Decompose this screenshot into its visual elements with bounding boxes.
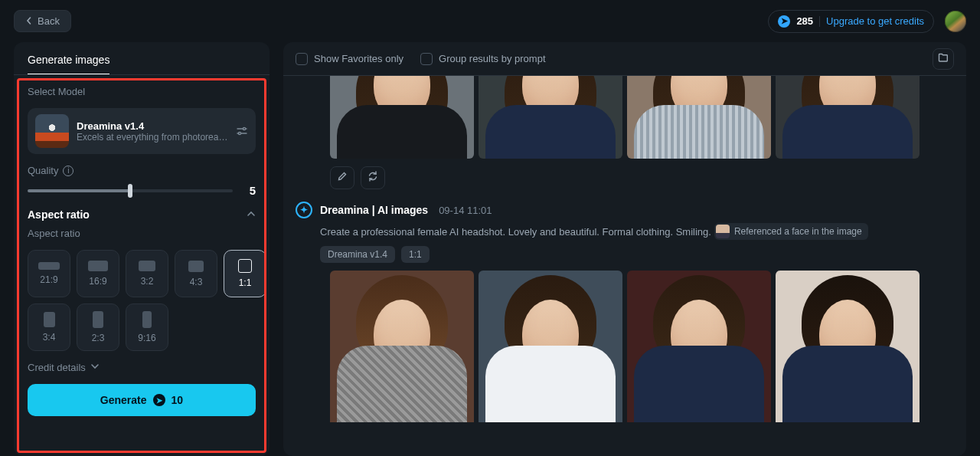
generation-chip[interactable]: 1:1 [401,246,430,263]
generate-label: Generate [100,394,147,406]
aspect-9-16[interactable]: 9:16 [126,303,168,351]
chevron-down-icon [90,362,100,373]
credit-details-toggle[interactable]: Credit details [28,362,256,373]
quality-slider[interactable] [28,189,233,192]
generation-title: Dreamina | AI images [320,204,428,216]
aspect-1-1[interactable]: 1:1 [224,250,266,297]
group-by-prompt-checkbox[interactable]: Group results by prompt [420,53,545,65]
reference-chip[interactable]: Referenced a face in the image [714,223,868,240]
regenerate-button[interactable] [361,166,385,189]
result-image[interactable] [627,76,771,159]
folder-icon [938,52,949,66]
result-image[interactable] [330,76,474,159]
ratio-label: 1:1 [239,277,252,288]
aspect-2-3[interactable]: 2:3 [77,303,119,351]
ratio-shape-icon [44,312,55,327]
generation-prompt[interactable]: Create a professional female AI headshot… [320,223,954,240]
aspect-4-3[interactable]: 4:3 [175,250,217,297]
ratio-label: 21:9 [40,274,57,285]
user-avatar[interactable] [945,11,966,32]
checkbox-label: Show Favorites only [314,53,403,64]
ratio-shape-icon [93,311,103,328]
aspect-3-4[interactable]: 3:4 [28,303,70,351]
results-panel: Show Favorites only Group results by pro… [283,42,966,456]
ratio-label: 2:3 [92,333,105,343]
generate-button[interactable]: Generate ➤ 10 [28,384,256,416]
upgrade-link[interactable]: Upgrade to get credits [826,15,924,27]
aspect-ratio-grid: 21:916:93:24:31:13:42:39:16 [28,250,256,351]
topbar: Back ➤ 285 Upgrade to get credits [0,0,980,42]
ratio-label: 3:2 [141,276,154,287]
checkbox-label: Group results by prompt [439,53,545,64]
ratio-shape-icon [38,262,60,270]
prompt-text: Create a professional female AI headshot… [320,226,711,238]
generation-header: ✦ Dreamina | AI images 09-14 11:01 [296,202,954,218]
ratio-shape-icon [188,261,204,272]
reference-label: Referenced a face in the image [734,226,862,237]
generation-time: 09-14 11:01 [439,205,492,216]
model-description: Excels at everything from photoreali… [77,132,228,143]
result-image[interactable] [479,271,622,422]
result-image[interactable] [479,76,622,159]
result-image[interactable] [330,271,474,422]
checkbox-icon [296,53,308,65]
source-badge-icon: ✦ [296,202,312,218]
credits-pill[interactable]: ➤ 285 Upgrade to get credits [768,10,934,33]
result-image[interactable] [776,271,920,422]
result-image[interactable] [627,271,771,422]
back-label: Back [38,15,60,27]
ratio-shape-icon [238,259,252,273]
back-button[interactable]: Back [14,10,71,32]
credit-count: 285 [796,15,813,27]
ratio-label: 9:16 [138,333,155,343]
select-model-label: Select Model [28,86,256,97]
results-toolbar: Show Favorites only Group results by pro… [283,42,966,76]
aspect-3-2[interactable]: 3:2 [126,250,168,297]
ratio-shape-icon [139,261,155,271]
ratio-label: 4:3 [190,277,203,287]
checkbox-icon [420,53,433,65]
svg-point-0 [243,127,245,130]
folder-button[interactable] [933,48,954,70]
reference-thumbnail [716,225,730,238]
model-thumbnail [35,114,69,148]
chevron-up-icon [247,208,256,221]
result-image[interactable] [776,76,920,159]
refresh-icon [368,171,378,185]
quality-label: Quality [28,165,58,176]
aspect-ratio-section[interactable]: Aspect ratio [28,208,256,221]
show-favorites-checkbox[interactable]: Show Favorites only [296,53,403,65]
credit-icon: ➤ [778,15,790,28]
chevron-left-icon [25,15,33,27]
model-selector[interactable]: Dreamina v1.4 Excels at everything from … [28,108,256,154]
quality-value: 5 [243,184,256,197]
ratio-shape-icon [88,261,108,271]
header-right: ➤ 285 Upgrade to get credits [768,10,966,33]
settings-panel: Generate images Select Model Dreamina v1… [14,42,270,456]
generate-cost: 10 [172,394,184,406]
ratio-label: 3:4 [43,332,56,343]
aspect-header: Aspect ratio [28,208,90,221]
credit-details-label: Credit details [28,362,86,373]
ratio-shape-icon [142,311,152,328]
tab-generate-images[interactable]: Generate images [28,54,109,75]
aspect-21-9[interactable]: 21:9 [28,250,70,297]
aspect-16-9[interactable]: 16:9 [77,250,119,297]
credit-icon: ➤ [153,394,165,406]
model-name: Dreamina v1.4 [77,120,228,132]
slider-handle[interactable] [128,184,132,198]
pencil-icon [337,171,348,185]
aspect-ratio-label: Aspect ratio [28,228,256,239]
generation-chip[interactable]: Dreamina v1.4 [320,246,395,263]
separator [819,16,820,27]
sliders-icon[interactable] [236,125,248,137]
info-icon[interactable]: i [63,166,74,176]
edit-button[interactable] [330,166,354,189]
generation-chips: Dreamina v1.41:1 [320,246,954,263]
ratio-label: 16:9 [89,276,106,287]
svg-point-1 [238,132,240,134]
